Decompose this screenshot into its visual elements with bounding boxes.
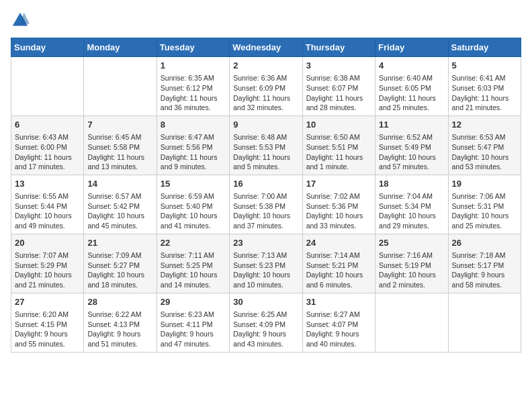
day-number: 4 xyxy=(379,60,444,72)
day-number: 25 xyxy=(379,237,444,249)
calendar-cell: 24Sunrise: 7:14 AM Sunset: 5:21 PM Dayli… xyxy=(302,234,375,293)
calendar-cell: 31Sunrise: 6:27 AM Sunset: 4:07 PM Dayli… xyxy=(302,293,375,352)
calendar-cell: 5Sunrise: 6:41 AM Sunset: 6:03 PM Daylig… xyxy=(448,57,521,116)
calendar-week-2: 6Sunrise: 6:43 AM Sunset: 6:00 PM Daylig… xyxy=(11,116,521,175)
day-header-monday: Monday xyxy=(84,38,157,57)
calendar-cell: 2Sunrise: 6:36 AM Sunset: 6:09 PM Daylig… xyxy=(230,57,302,116)
calendar-week-3: 13Sunrise: 6:55 AM Sunset: 5:44 PM Dayli… xyxy=(11,175,521,234)
day-header-thursday: Thursday xyxy=(302,38,375,57)
calendar-cell: 26Sunrise: 7:18 AM Sunset: 5:17 PM Dayli… xyxy=(448,234,521,293)
calendar-table: SundayMondayTuesdayWednesdayThursdayFrid… xyxy=(11,38,521,353)
logo-icon xyxy=(11,11,30,30)
day-info: Sunrise: 6:20 AM Sunset: 4:15 PM Dayligh… xyxy=(15,310,80,349)
day-info: Sunrise: 7:06 AM Sunset: 5:31 PM Dayligh… xyxy=(452,191,517,231)
calendar-cell: 29Sunrise: 6:23 AM Sunset: 4:11 PM Dayli… xyxy=(157,293,229,352)
day-info: Sunrise: 6:22 AM Sunset: 4:13 PM Dayligh… xyxy=(87,310,152,349)
calendar-cell: 9Sunrise: 6:48 AM Sunset: 5:53 PM Daylig… xyxy=(230,116,302,175)
calendar-week-5: 27Sunrise: 6:20 AM Sunset: 4:15 PM Dayli… xyxy=(11,293,521,352)
day-number: 26 xyxy=(452,237,517,249)
day-number: 22 xyxy=(161,237,226,249)
day-info: Sunrise: 6:55 AM Sunset: 5:44 PM Dayligh… xyxy=(15,191,80,231)
day-info: Sunrise: 6:23 AM Sunset: 4:11 PM Dayligh… xyxy=(161,310,226,349)
day-number: 17 xyxy=(306,178,371,190)
day-info: Sunrise: 7:09 AM Sunset: 5:27 PM Dayligh… xyxy=(87,250,152,290)
page-header xyxy=(11,11,521,30)
day-info: Sunrise: 6:48 AM Sunset: 5:53 PM Dayligh… xyxy=(233,132,298,172)
day-number: 10 xyxy=(306,119,371,131)
calendar-cell: 20Sunrise: 7:07 AM Sunset: 5:29 PM Dayli… xyxy=(11,234,84,293)
day-number: 9 xyxy=(233,119,298,131)
day-info: Sunrise: 6:25 AM Sunset: 4:09 PM Dayligh… xyxy=(233,310,298,349)
day-number: 20 xyxy=(15,237,80,249)
day-number: 13 xyxy=(15,178,80,190)
calendar-cell: 10Sunrise: 6:50 AM Sunset: 5:51 PM Dayli… xyxy=(302,116,375,175)
calendar-cell: 13Sunrise: 6:55 AM Sunset: 5:44 PM Dayli… xyxy=(11,175,84,234)
day-header-tuesday: Tuesday xyxy=(157,38,229,57)
day-info: Sunrise: 7:07 AM Sunset: 5:29 PM Dayligh… xyxy=(15,250,80,290)
calendar-cell: 16Sunrise: 7:00 AM Sunset: 5:38 PM Dayli… xyxy=(230,175,302,234)
calendar-cell: 15Sunrise: 6:59 AM Sunset: 5:40 PM Dayli… xyxy=(157,175,229,234)
calendar-cell xyxy=(448,293,521,352)
calendar-cell: 27Sunrise: 6:20 AM Sunset: 4:15 PM Dayli… xyxy=(11,293,84,352)
day-info: Sunrise: 6:57 AM Sunset: 5:42 PM Dayligh… xyxy=(87,191,152,231)
day-number: 12 xyxy=(452,119,517,131)
day-number: 14 xyxy=(87,178,152,190)
day-number: 24 xyxy=(306,237,371,249)
day-info: Sunrise: 7:00 AM Sunset: 5:38 PM Dayligh… xyxy=(233,191,298,231)
day-info: Sunrise: 6:45 AM Sunset: 5:58 PM Dayligh… xyxy=(87,132,152,172)
calendar-header-row: SundayMondayTuesdayWednesdayThursdayFrid… xyxy=(11,38,521,57)
calendar-cell: 28Sunrise: 6:22 AM Sunset: 4:13 PM Dayli… xyxy=(84,293,157,352)
day-info: Sunrise: 7:18 AM Sunset: 5:17 PM Dayligh… xyxy=(452,250,517,290)
day-number: 6 xyxy=(15,119,80,131)
day-info: Sunrise: 7:13 AM Sunset: 5:23 PM Dayligh… xyxy=(233,250,298,290)
day-number: 8 xyxy=(161,119,226,131)
day-number: 18 xyxy=(379,178,444,190)
day-info: Sunrise: 7:11 AM Sunset: 5:25 PM Dayligh… xyxy=(161,250,226,290)
calendar-cell: 21Sunrise: 7:09 AM Sunset: 5:27 PM Dayli… xyxy=(84,234,157,293)
calendar-week-4: 20Sunrise: 7:07 AM Sunset: 5:29 PM Dayli… xyxy=(11,234,521,293)
day-number: 21 xyxy=(87,237,152,249)
day-info: Sunrise: 7:16 AM Sunset: 5:19 PM Dayligh… xyxy=(379,250,444,290)
day-header-sunday: Sunday xyxy=(11,38,84,57)
day-number: 31 xyxy=(306,296,371,308)
day-number: 30 xyxy=(233,296,298,308)
day-number: 16 xyxy=(233,178,298,190)
day-number: 1 xyxy=(161,60,226,72)
day-info: Sunrise: 7:14 AM Sunset: 5:21 PM Dayligh… xyxy=(306,250,371,290)
day-info: Sunrise: 7:04 AM Sunset: 5:34 PM Dayligh… xyxy=(379,191,444,231)
calendar-cell xyxy=(11,57,84,116)
day-info: Sunrise: 6:41 AM Sunset: 6:03 PM Dayligh… xyxy=(452,73,517,113)
day-info: Sunrise: 6:36 AM Sunset: 6:09 PM Dayligh… xyxy=(233,73,298,113)
calendar-cell: 19Sunrise: 7:06 AM Sunset: 5:31 PM Dayli… xyxy=(448,175,521,234)
calendar-cell: 22Sunrise: 7:11 AM Sunset: 5:25 PM Dayli… xyxy=(157,234,229,293)
calendar-cell: 11Sunrise: 6:52 AM Sunset: 5:49 PM Dayli… xyxy=(375,116,448,175)
day-header-friday: Friday xyxy=(375,38,448,57)
day-number: 11 xyxy=(379,119,444,131)
calendar-cell: 18Sunrise: 7:04 AM Sunset: 5:34 PM Dayli… xyxy=(375,175,448,234)
calendar-cell: 23Sunrise: 7:13 AM Sunset: 5:23 PM Dayli… xyxy=(230,234,302,293)
day-number: 15 xyxy=(161,178,226,190)
day-number: 29 xyxy=(161,296,226,308)
calendar-cell: 7Sunrise: 6:45 AM Sunset: 5:58 PM Daylig… xyxy=(84,116,157,175)
calendar-cell: 30Sunrise: 6:25 AM Sunset: 4:09 PM Dayli… xyxy=(230,293,302,352)
day-number: 28 xyxy=(87,296,152,308)
day-number: 23 xyxy=(233,237,298,249)
day-info: Sunrise: 6:53 AM Sunset: 5:47 PM Dayligh… xyxy=(452,132,517,172)
day-header-wednesday: Wednesday xyxy=(230,38,302,57)
calendar-cell: 4Sunrise: 6:40 AM Sunset: 6:05 PM Daylig… xyxy=(375,57,448,116)
day-number: 3 xyxy=(306,60,371,72)
day-header-saturday: Saturday xyxy=(448,38,521,57)
logo xyxy=(11,11,32,30)
day-info: Sunrise: 6:43 AM Sunset: 6:00 PM Dayligh… xyxy=(15,132,80,172)
day-info: Sunrise: 6:35 AM Sunset: 6:12 PM Dayligh… xyxy=(161,73,226,113)
calendar-cell: 6Sunrise: 6:43 AM Sunset: 6:00 PM Daylig… xyxy=(11,116,84,175)
day-number: 5 xyxy=(452,60,517,72)
day-info: Sunrise: 6:59 AM Sunset: 5:40 PM Dayligh… xyxy=(161,191,226,231)
day-info: Sunrise: 6:50 AM Sunset: 5:51 PM Dayligh… xyxy=(306,132,371,172)
day-info: Sunrise: 6:52 AM Sunset: 5:49 PM Dayligh… xyxy=(379,132,444,172)
calendar-cell: 8Sunrise: 6:47 AM Sunset: 5:56 PM Daylig… xyxy=(157,116,229,175)
calendar-week-1: 1Sunrise: 6:35 AM Sunset: 6:12 PM Daylig… xyxy=(11,57,521,116)
calendar-cell: 12Sunrise: 6:53 AM Sunset: 5:47 PM Dayli… xyxy=(448,116,521,175)
day-info: Sunrise: 6:27 AM Sunset: 4:07 PM Dayligh… xyxy=(306,310,371,349)
day-number: 19 xyxy=(452,178,517,190)
